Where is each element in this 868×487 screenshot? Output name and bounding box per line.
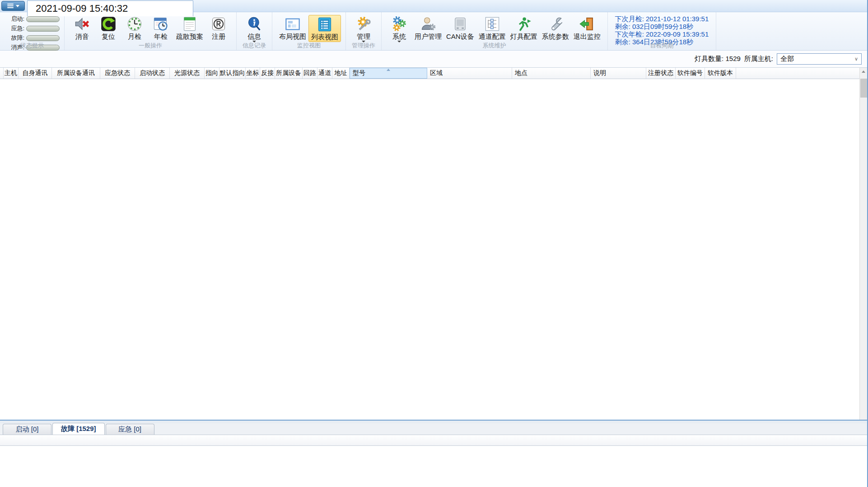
col-header-channel[interactable]: 通道 (317, 68, 332, 79)
chevron-down-icon: ∨ (854, 56, 858, 62)
panel-splitter[interactable] (0, 420, 867, 423)
col-header-register-status[interactable]: 注册状态 (646, 68, 676, 79)
user-management-button[interactable]: 用户管理 (412, 15, 444, 41)
reset-button[interactable]: 复位 (95, 15, 121, 41)
exit-monitor-button[interactable]: 退出监控 (571, 15, 603, 41)
app-menu-button[interactable] (1, 1, 25, 11)
info-button[interactable]: 信息 (241, 15, 267, 43)
channel-config-button[interactable]: 通道配置 (476, 15, 508, 41)
next-yearly-check: 下次年检: 2022-09-09 15:39:51 (615, 30, 709, 38)
gear-wrench-icon (355, 15, 372, 33)
group-label: 信息记录 (237, 42, 272, 50)
status-label-start: 启动: (5, 15, 24, 23)
light-list-table: 主机自身通讯所属设备通讯应急状态启动状态光源状态指向默认指向坐标反接所属设备回路… (0, 68, 860, 420)
system-params-button[interactable]: 系统参数 (540, 15, 571, 41)
yearly-check-button[interactable]: 年检 (148, 15, 174, 41)
col-header-software-version[interactable]: 软件版本 (705, 68, 736, 79)
host-filter-select[interactable]: 全部 ∨ (777, 53, 862, 65)
scrollbar-thumb[interactable] (860, 79, 867, 98)
col-header-device-comm[interactable]: 所属设备通讯 (52, 68, 100, 79)
group-label: 监控视图 (272, 42, 345, 50)
ribbon-toolbar: 启动: 应急: 故障: 消声: 状态提示 消音 复位 (0, 12, 867, 51)
menu-icon (7, 4, 14, 8)
group-manage: 管理 管理操作 (346, 12, 382, 50)
layout-view-button[interactable]: 布局视图 (277, 15, 308, 41)
system-button[interactable]: 系统 (386, 15, 412, 43)
group-label: 自检周期 (608, 42, 716, 50)
status-label-emergency: 应急: (5, 24, 24, 33)
filter-bar: 灯具数量: 1529 所属主机: 全部 ∨ (0, 51, 867, 68)
group-label: 系统维护 (382, 42, 607, 50)
group-label: 状态提示 (0, 42, 64, 50)
mute-speaker-icon (74, 15, 91, 33)
user-gear-icon (420, 15, 437, 33)
group-general: 消音 复位 月检 年检 (65, 12, 237, 50)
col-header-area[interactable]: 区域 (427, 68, 512, 79)
light-config-button[interactable]: 灯具配置 (508, 15, 540, 41)
start-indicator (26, 16, 60, 22)
col-header-loop[interactable]: 回路 (303, 68, 317, 79)
col-header-note[interactable]: 说明 (591, 68, 646, 79)
col-header-light-source-status[interactable]: 光源状态 (170, 68, 205, 79)
gears-icon (391, 15, 408, 33)
group-label: 一般操作 (65, 42, 236, 50)
status-label-fault: 故障: (5, 34, 24, 42)
col-header-model[interactable]: 型号 (350, 68, 427, 79)
list-view-button[interactable]: 列表视图 (308, 15, 341, 42)
table-header-row: 主机自身通讯所属设备通讯应急状态启动状态光源状态指向默认指向坐标反接所属设备回路… (0, 68, 860, 79)
monthly-remaining: 剩余: 032日09时59分18秒 (615, 23, 709, 30)
col-header-location[interactable]: 地点 (512, 68, 591, 79)
event-tabs: 启动 [0] 故障 [1529] 应急 [0] (0, 423, 867, 435)
next-monthly-check: 下次月检: 2021-10-12 01:39:51 (615, 15, 709, 23)
registered-mark-icon (210, 15, 227, 33)
col-header-host[interactable]: 主机 (4, 68, 19, 79)
fault-header-row (0, 435, 868, 446)
chevron-down-icon (16, 5, 19, 7)
host-filter-label: 所属主机: (744, 55, 773, 63)
title-bar: 2021-09-09 15:40:32 (0, 0, 867, 12)
col-header-device[interactable]: 所属设备 (275, 68, 303, 79)
exit-door-icon (579, 15, 596, 33)
evacuation-plan-button[interactable]: 疏散预案 (174, 15, 205, 41)
col-header-direction[interactable]: 指向 (205, 68, 219, 79)
col-header-startup-status[interactable]: 启动状态 (135, 68, 170, 79)
mute-button[interactable]: 消音 (69, 15, 95, 41)
can-device-button[interactable]: CAN设备 (444, 15, 476, 41)
col-header-software-code[interactable]: 软件编号 (676, 68, 705, 79)
light-count-label: 灯具数量: 1529 (695, 55, 741, 63)
reset-icon (100, 15, 117, 33)
col-header-gutter (0, 68, 4, 79)
emergency-indicator (26, 26, 60, 32)
system-time: 2021-09-09 15:40:32 (27, 0, 193, 16)
host-filter-value: 全部 (780, 55, 794, 63)
scroll-up-button[interactable] (860, 68, 867, 75)
device-icon (452, 15, 469, 33)
tab-emergency[interactable]: 应急 [0] (106, 424, 154, 435)
list-view-icon (316, 16, 333, 33)
fault-indicator (26, 35, 60, 41)
plan-document-icon (181, 15, 198, 33)
vertical-scrollbar[interactable] (859, 68, 867, 420)
app-window: 2021-09-09 15:40:32 启动: 应急: 故障: 消声: 状态提示… (0, 0, 868, 487)
col-header-address[interactable]: 地址 (332, 68, 350, 79)
wrench-icon (547, 15, 564, 33)
layout-view-icon (284, 15, 301, 33)
tab-fault[interactable]: 故障 [1529] (52, 423, 105, 435)
col-header-emergency-status[interactable]: 应急状态 (100, 68, 135, 79)
sort-ascending-icon (387, 69, 390, 71)
clock-icon (126, 15, 143, 33)
monthly-check-button[interactable]: 月检 (121, 15, 148, 41)
col-header-self-comm[interactable]: 自身通讯 (19, 68, 52, 79)
col-header-reverse[interactable]: 反接 (260, 68, 275, 79)
tab-startup[interactable]: 启动 [0] (3, 424, 51, 435)
fault-table (0, 435, 868, 487)
col-header-default-direction[interactable]: 默认指向 (219, 68, 246, 79)
tree-config-icon (484, 15, 501, 33)
group-maintain: 系统 用户管理 CAN设备 通道配置 (382, 12, 608, 50)
group-info: 信息 信息记录 (237, 12, 272, 50)
register-button[interactable]: 注册 (205, 15, 232, 41)
group-view: 布局视图 列表视图 监控视图 (272, 12, 346, 50)
col-header-filler (736, 68, 860, 79)
col-header-coordinate[interactable]: 坐标 (246, 68, 260, 79)
manage-button[interactable]: 管理 (350, 15, 377, 43)
